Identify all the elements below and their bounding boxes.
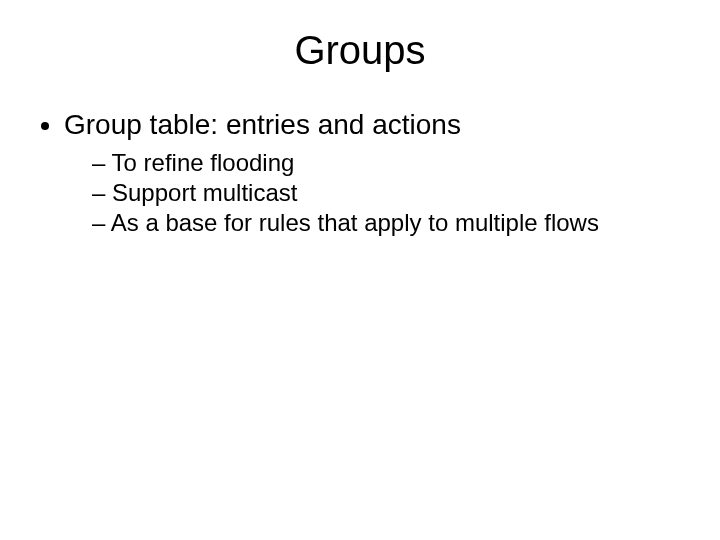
list-item-text: Group table: entries and actions (64, 109, 461, 140)
list-item: Support multicast (92, 179, 684, 207)
list-item-text: Support multicast (112, 179, 297, 206)
list-item-text: As a base for rules that apply to multip… (111, 209, 599, 236)
slide: Groups Group table: entries and actions … (0, 0, 720, 540)
slide-title: Groups (36, 28, 684, 73)
list-item: To refine flooding (92, 149, 684, 177)
list-item: Group table: entries and actions To refi… (64, 109, 684, 237)
bullet-list: Group table: entries and actions To refi… (36, 109, 684, 237)
list-item: As a base for rules that apply to multip… (92, 209, 684, 237)
sub-bullet-list: To refine flooding Support multicast As … (64, 149, 684, 237)
list-item-text: To refine flooding (112, 149, 295, 176)
